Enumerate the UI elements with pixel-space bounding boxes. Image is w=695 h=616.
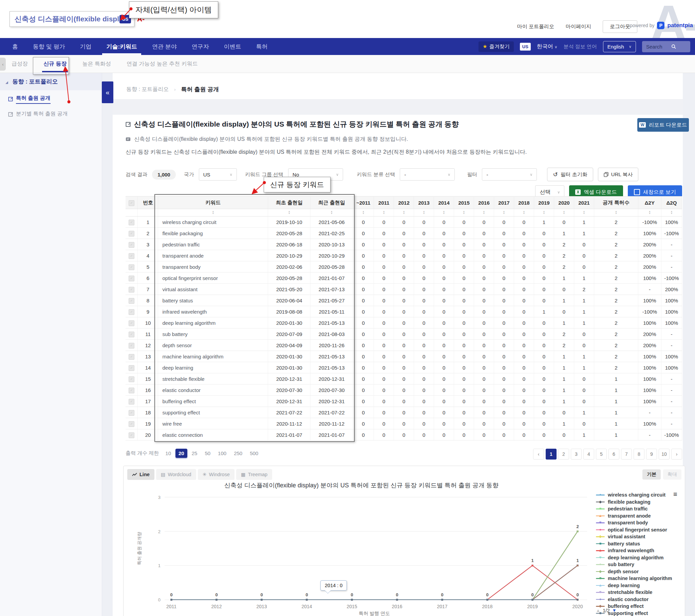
sidebar-item-2[interactable]: 분기별 특허 출원 공개 <box>0 106 102 121</box>
select-all-checkbox[interactable]: ✓ <box>129 200 134 206</box>
copy-url-button[interactable]: URL 복사 <box>598 168 639 181</box>
legend-page-up-icon[interactable]: ▲ <box>596 608 600 613</box>
page-size-500[interactable]: 500 <box>247 449 261 458</box>
nav-item-1[interactable]: 홈 <box>12 38 18 55</box>
row-checkbox[interactable]: ✓ <box>129 343 134 349</box>
chart-mode-2[interactable]: 확대 <box>663 469 681 480</box>
legend-item[interactable]: ▲infrared wavelength <box>596 547 683 554</box>
col-header-12[interactable]: 2017 <box>494 197 514 209</box>
keyword-box[interactable]: 신축성 디스플레이(flexible display) <box>10 11 134 27</box>
row-checkbox[interactable]: ✓ <box>129 432 134 438</box>
my-portfolio-link[interactable]: 마이 포트폴리오 <box>517 23 554 30</box>
row-checkbox[interactable]: ✓ <box>129 399 134 404</box>
sort-icon[interactable]: ▲▼ <box>670 211 673 215</box>
col-header-6[interactable]: 2011 <box>374 197 394 209</box>
nav-item-5[interactable]: 연관 분야 <box>152 38 177 55</box>
col-header-8[interactable]: 2013 <box>414 197 434 209</box>
legend-item[interactable]: ◆virtual assistant <box>596 533 683 540</box>
row-checkbox[interactable]: ✓ <box>129 264 134 270</box>
row-checkbox[interactable]: ✓ <box>129 220 134 226</box>
legend-item[interactable]: ●sub battery <box>596 561 683 568</box>
subtab-2[interactable]: 신규 등장 <box>44 61 67 68</box>
sort-icon[interactable]: ▲▼ <box>463 211 465 215</box>
legend-item[interactable]: ■machine learning algorithm <box>596 575 683 582</box>
col-header-9[interactable]: 2014 <box>434 197 454 209</box>
row-checkbox[interactable]: ✓ <box>129 387 134 393</box>
sort-icon[interactable]: ▲▼ <box>288 211 290 215</box>
chart-mode-1[interactable]: 기본 <box>642 469 661 480</box>
sort-icon[interactable]: ▲▼ <box>583 211 586 215</box>
nav-item-8[interactable]: 특허 <box>256 38 268 55</box>
col-header-16[interactable]: 2021 <box>574 197 594 209</box>
nav-item-3[interactable]: 기업 <box>80 38 91 55</box>
sort-icon[interactable]: ▲▼ <box>563 211 565 215</box>
legend-item[interactable]: ◆depth sensor <box>596 568 683 575</box>
sort-icon[interactable]: ▲▼ <box>212 211 214 215</box>
page-size-100[interactable]: 100 <box>215 449 230 458</box>
chart-tab-windrose[interactable]: ✳Windrose <box>198 469 235 480</box>
favorites-button[interactable]: ★ 즐겨찾기 <box>478 41 513 52</box>
search-input[interactable]: Search <box>642 41 690 52</box>
pagination-page-6[interactable]: 6 <box>608 449 619 460</box>
page-size-25[interactable]: 25 <box>189 449 201 458</box>
nav-item-4[interactable]: 기술:키워드 <box>106 38 137 55</box>
breadcrumb-parent[interactable]: 동향 : 포트폴리오 <box>126 86 169 93</box>
row-checkbox[interactable]: ✓ <box>129 410 134 416</box>
sort-icon[interactable]: ▲▼ <box>615 211 617 215</box>
row-checkbox[interactable]: ✓ <box>129 253 134 259</box>
pagination-page-5[interactable]: 5 <box>596 449 607 460</box>
row-checkbox[interactable]: ✓ <box>129 332 134 337</box>
my-page-link[interactable]: 마이페이지 <box>566 23 591 30</box>
subtab-scroll-left[interactable]: ‹ <box>0 58 6 71</box>
sidebar-section-title[interactable]: ◢ 동향 : 포트폴리오 <box>0 73 102 90</box>
sort-icon[interactable]: ▲▼ <box>543 211 545 215</box>
legend-item[interactable]: ▼deep learning algorithm <box>596 554 683 561</box>
nav-country-badge[interactable]: US <box>520 43 531 51</box>
sort-icon[interactable]: ▲▼ <box>330 211 333 215</box>
legend-item[interactable]: ■battery status <box>596 540 683 547</box>
page-size-250[interactable]: 250 <box>231 449 245 458</box>
subtab-1[interactable]: 급성장 <box>12 61 28 68</box>
col-header-17[interactable]: 공개 특허수 <box>594 197 638 209</box>
legend-item[interactable]: ●wireless charging circuit <box>596 492 683 499</box>
legend-item[interactable]: ▲deep learning <box>596 582 683 589</box>
chart-tab-line[interactable]: Line <box>127 469 154 480</box>
col-header-18[interactable]: Δ2Y <box>638 197 661 209</box>
pagination-page-3[interactable]: 3 <box>571 449 582 460</box>
pagination-page-8[interactable]: 8 <box>633 449 644 460</box>
sort-icon[interactable]: ▲▼ <box>648 211 651 215</box>
legend-item[interactable]: ■pedestrian traffic <box>596 505 683 513</box>
country-filter-select[interactable]: US ∨ <box>199 168 237 181</box>
col-header-7[interactable]: 2012 <box>394 197 414 209</box>
sidebar-collapse-button[interactable]: « <box>102 81 113 103</box>
sort-icon[interactable]: ▲▼ <box>362 211 365 215</box>
page-size-20[interactable]: 20 <box>175 449 187 458</box>
legend-page-down-icon[interactable]: ▼ <box>612 608 616 613</box>
col-header-1[interactable]: 번호 <box>138 197 158 209</box>
chart-tab-wordcloud[interactable]: ▤Wordcloud <box>156 469 196 480</box>
pagination-page-9[interactable]: 9 <box>646 449 657 460</box>
legend-item[interactable]: ▼stretchable flexible <box>596 589 683 596</box>
col-header-4[interactable]: 최근 출현일 <box>310 197 353 209</box>
row-checkbox[interactable]: ✓ <box>129 242 134 248</box>
legend-item[interactable]: ▲transparent anode <box>596 513 683 520</box>
pagination-prev[interactable]: ‹ <box>533 449 544 460</box>
brand-name[interactable]: patentpia <box>667 22 693 29</box>
col-header-2[interactable]: 키워드 <box>158 197 268 209</box>
nav-item-2[interactable]: 동향 및 평가 <box>33 38 65 55</box>
legend-item[interactable]: ◆flexible packaging <box>596 499 683 506</box>
pagination-page-2[interactable]: 2 <box>558 449 569 460</box>
sort-icon[interactable]: ▲▼ <box>523 211 525 215</box>
row-checkbox[interactable]: ✓ <box>129 365 134 371</box>
row-checkbox[interactable]: ✓ <box>129 309 134 315</box>
sort-icon[interactable]: ▲▼ <box>503 211 505 215</box>
col-header-5[interactable]: ~2011 <box>353 197 374 209</box>
row-checkbox[interactable]: ✓ <box>129 276 134 281</box>
col-header-19[interactable]: Δ2Q <box>661 197 682 209</box>
pagination-page-7[interactable]: 7 <box>621 449 632 460</box>
page-size-10[interactable]: 10 <box>162 449 174 458</box>
row-checkbox[interactable]: ✓ <box>129 298 134 304</box>
report-download-button[interactable]: W 리포트 다운로드 <box>637 118 689 132</box>
row-checkbox[interactable]: ✓ <box>129 320 134 326</box>
sort-icon[interactable]: ▲▼ <box>423 211 425 215</box>
